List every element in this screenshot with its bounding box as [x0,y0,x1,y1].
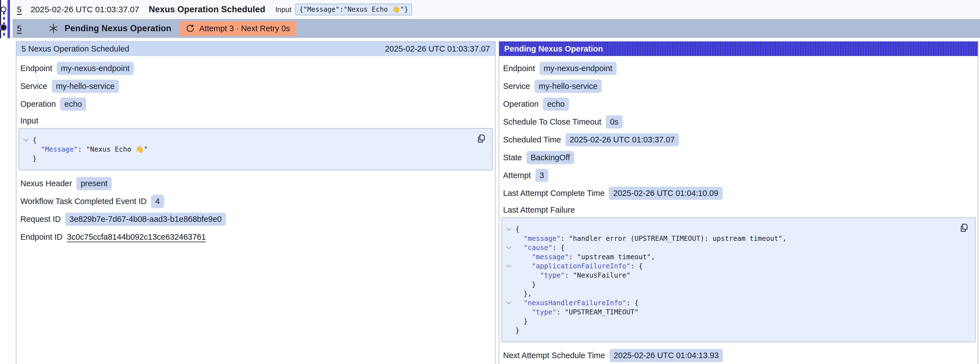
attempt-retry-badge: Attempt 3 · Next Retry 0s [180,21,296,36]
field-label: Scheduled Time [503,135,561,144]
input-label: Input [275,5,291,14]
json-key: "type" [532,308,557,316]
pending-event-id-link[interactable]: 5 [17,24,22,33]
code-line: "message": "upstream timeout", [502,252,953,262]
code-line: { [502,225,953,234]
code-line: "type": "UPSTREAM_TIMEOUT" [502,307,953,317]
failure-section-label: Last Attempt Failure [503,205,974,215]
event-row-pending-nexus-operation[interactable]: 5 Pending Nexus Operation Attempt 3 · Ne… [13,19,980,38]
json-key: "Message" [41,145,78,153]
code-line: } [502,280,953,289]
field-nexus-header: Nexus Headerpresent [20,177,491,190]
code-line: } [19,154,470,163]
code-text: "type": "NexusFailure" [515,271,630,279]
code-text: "message": "upstream timeout", [515,253,655,261]
field-value-link[interactable]: 3c0c75ccfa8144b092c13ce632463761 [67,232,206,242]
field-label: Attempt [503,171,531,180]
code-text: { [515,225,520,233]
field-value-chip: echo [60,97,86,111]
field-operation: Operationecho [20,97,491,111]
field-request-id: Request ID3e829b7e-7d67-4b08-aad3-b1e868… [20,213,491,226]
right-panel-header: Pending Nexus Operation [499,42,978,56]
pending-asterisk-icon [48,23,59,34]
timeline-active-bar [8,0,10,38]
code-text: "applicationFailureInfo": { [515,262,643,270]
code-text: { [33,136,37,144]
field-label: Service [503,81,530,91]
retry-icon [186,24,195,33]
attempt-badge-text: Attempt 3 · Next Retry 0s [199,24,290,33]
field-value-chip: 3 [535,169,548,182]
field-label: Schedule To Close Timeout [503,117,601,126]
field-service: Servicemy-hello-service [20,80,491,93]
field-value-chip: 2025-02-26 UTC 01:03:37.07 [565,133,679,146]
input-json-block: { "Message": "Nexus Echo 👋"} [19,128,493,170]
code-line: }, [502,289,953,298]
field-label: Endpoint ID [20,232,63,242]
field-endpoint-id: Endpoint ID3c0c75ccfa8144b092c13ce632463… [20,230,491,244]
field-label: Next Attempt Schedule Time [503,351,605,360]
timeline-node-filled-icon[interactable] [1,25,6,30]
code-text: } [515,280,536,289]
collapse-toggle[interactable] [502,246,515,249]
event-id-link[interactable]: 5 [17,5,22,14]
field-value-chip: 2025-02-26 UTC 01:04:13.93 [609,349,723,362]
collapse-chevron-icon[interactable] [506,246,512,249]
collapse-toggle[interactable] [502,264,515,268]
event-timestamp: 2025-02-26 UTC 01:03:37.07 [31,5,139,14]
collapse-chevron-icon[interactable] [506,227,512,231]
field-value-chip: echo [543,97,569,111]
timeline-node-open-icon[interactable] [0,6,6,12]
field-label: Last Attempt Complete Time [503,189,605,198]
code-text: } [515,317,528,325]
json-key: "message" [532,253,569,261]
field-service: Servicemy-hello-service [503,80,974,93]
right-panel-title: Pending Nexus Operation [504,44,603,54]
field-state: StateBackingOff [503,151,974,164]
collapse-toggle[interactable] [502,301,515,305]
code-text: }, [515,290,532,298]
left-panel-title: 5 Nexus Operation Scheduled [21,44,129,54]
code-line: } [502,317,953,326]
panel-nexus-operation-scheduled: 5 Nexus Operation Scheduled 2025-02-26 U… [16,41,496,364]
field-value-chip: 0s [606,115,623,128]
collapse-toggle[interactable] [502,227,515,231]
field-label: Request ID [20,215,61,224]
code-line: } [502,326,953,335]
field-label: Service [20,81,47,91]
collapse-chevron-icon[interactable] [506,264,512,268]
code-line: "message": "handler error (UPSTREAM_TIME… [502,234,953,243]
pending-title: Pending Nexus Operation [65,23,172,34]
field-label: Workflow Task Completed Event ID [20,197,146,206]
code-line: "type": "NexusFailure" [502,271,953,280]
field-label: Endpoint [503,64,535,73]
field-value-chip: my-hello-service [535,80,602,93]
code-line: { [19,136,470,145]
input-preview-chip: {"Message":"Nexus Echo 👋"} [295,4,412,15]
field-next-attempt-schedule-time: Next Attempt Schedule Time2025-02-26 UTC… [503,349,974,362]
code-text: "message": "handler error (UPSTREAM_TIME… [515,235,787,243]
collapse-chevron-icon[interactable] [506,301,512,305]
field-value-chip: my-hello-service [52,80,119,93]
left-panel-header: 5 Nexus Operation Scheduled 2025-02-26 U… [16,42,495,56]
copy-icon [476,134,486,143]
collapse-chevron-icon[interactable] [23,138,29,142]
event-row-nexus-operation-scheduled[interactable]: 5 2025-02-26 UTC 01:03:37.07 Nexus Opera… [13,0,980,19]
last-attempt-failure-json-block: { "message": "handler error (UPSTREAM_TI… [501,217,975,342]
field-value-chip: 4 [151,195,164,208]
code-text: "cause": { [515,244,565,252]
collapse-toggle[interactable] [19,138,33,142]
code-text: "type": "UPSTREAM_TIMEOUT" [515,308,639,316]
field-label: Operation [20,99,56,109]
code-line: "applicationFailureInfo": { [502,262,953,271]
copy-json-button[interactable] [476,134,486,144]
field-label: Nexus Header [20,179,72,188]
field-attempt: Attempt3 [503,169,974,182]
code-text: } [515,326,520,334]
code-line: "Message": "Nexus Echo 👋" [19,145,470,154]
field-value-chip: my-nexus-endpoint [57,62,134,75]
field-label: State [503,153,522,162]
copy-json-button[interactable] [959,223,969,233]
field-value-chip: my-nexus-endpoint [539,62,617,75]
event-title: Nexus Operation Scheduled [149,5,265,14]
